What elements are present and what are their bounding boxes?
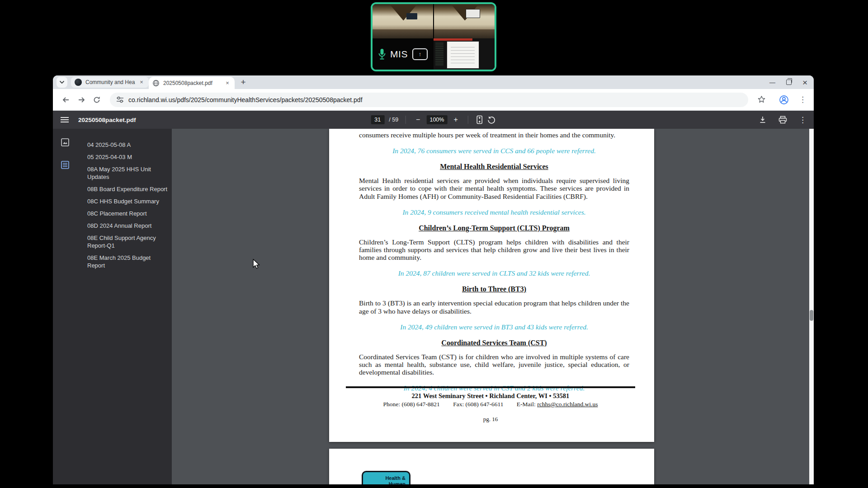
outline-item[interactable]: 08E Child Support Agency Report-Q1	[87, 234, 168, 249]
fit-to-page-button[interactable]	[476, 115, 484, 124]
microphone-icon	[378, 48, 386, 60]
browser-window: Community and Health Services × 20250508…	[53, 75, 814, 484]
up-arrow-icon: ↑	[419, 51, 422, 57]
wall-screen	[406, 13, 417, 19]
restore-button[interactable]	[786, 80, 792, 85]
close-window-button[interactable]: ×	[802, 78, 807, 87]
tab-search-button[interactable]	[57, 77, 67, 88]
logo-text: Health & Human Services	[385, 475, 406, 484]
page-total-label: / 59	[389, 117, 398, 123]
scrollbar-thumb[interactable]	[810, 310, 813, 321]
outline-item[interactable]: 08E March 2025 Budget Report	[87, 254, 168, 269]
address-bar[interactable]: co.richland.wi.us/pdfs/2025/communityHea…	[110, 93, 748, 107]
pdf-toolbar: 20250508packet.pdf 31 / 59 − 100% +	[53, 111, 814, 129]
back-arrow-icon	[62, 96, 70, 104]
pdf-more-options-button[interactable]: ⋮	[799, 116, 807, 124]
thumbnails-icon	[61, 138, 70, 147]
outline-icon	[61, 160, 70, 169]
back-button[interactable]	[58, 92, 74, 108]
outline-item[interactable]: 08C Placement Report	[87, 210, 168, 217]
section-heading: Coordinated Services Team (CST)	[359, 338, 629, 347]
pdf-page-area[interactable]: consumers receive multiple hours per wee…	[172, 129, 809, 484]
footer-email: E-Mail: rchhs@co.richland.wi.us	[517, 401, 598, 408]
fit-page-icon	[476, 115, 484, 124]
pdf-page-controls: 31 / 59 − 100% +	[371, 111, 496, 129]
page-number-input[interactable]: 31	[371, 115, 384, 124]
sidebar-view-rail	[53, 129, 77, 484]
meeting-tables	[373, 29, 433, 38]
download-icon	[759, 116, 767, 124]
desktop: MIS ↑ Community and Health Serv	[0, 0, 868, 488]
bookmark-button[interactable]	[754, 92, 769, 108]
stat-line: In 2024, 9 consumers received mental hea…	[359, 208, 629, 216]
zoom-level-input[interactable]: 100%	[426, 115, 447, 124]
mis-label: MIS	[390, 49, 408, 60]
thumbnails-view-button[interactable]	[61, 138, 70, 147]
close-tab-icon[interactable]: ×	[224, 80, 231, 87]
screen-share-document	[447, 42, 479, 68]
window-controls: — ×	[769, 77, 807, 88]
paragraph: Children’s Long-Term Support (CLTS) prog…	[359, 238, 629, 262]
document-outline-list: 04 2025-05-08 A 05 2025-04-03 M 08A May …	[77, 129, 172, 484]
rotate-button[interactable]	[487, 116, 496, 124]
outline-item[interactable]: 08C HHS Budget Summary	[87, 197, 168, 205]
logo-line: Human	[385, 481, 406, 485]
outline-item[interactable]: 08D 2024 Annual Report	[87, 222, 168, 230]
meeting-tables	[434, 29, 495, 38]
section-heading: Mental Health Residential Services	[359, 162, 629, 171]
tab-title: Community and Health Services	[85, 79, 135, 85]
close-tab-icon[interactable]: ×	[138, 79, 145, 86]
zoom-out-button[interactable]: −	[413, 116, 423, 123]
camera-feeds	[373, 4, 495, 38]
toolbar-right-icons: ⋮	[754, 92, 807, 108]
forward-button[interactable]	[74, 92, 89, 108]
tab-pdf-packet[interactable]: 20250508packet.pdf ×	[149, 77, 235, 89]
download-button[interactable]	[759, 116, 767, 124]
site-info-icon[interactable]	[116, 96, 124, 103]
overlay-bottom-row: MIS ↑	[373, 38, 495, 70]
outline-item[interactable]: 05 2025-04-03 M	[87, 153, 168, 161]
avatar-icon	[779, 95, 789, 105]
logo-line: Health &	[385, 475, 406, 481]
pdf-viewer-body: 04 2025-05-08 A 05 2025-04-03 M 08A May …	[53, 129, 814, 484]
outline-item[interactable]: 08A May 2025 HHS Unit Updates	[87, 165, 168, 181]
section-heading: Birth to Three (BT3)	[359, 285, 629, 293]
url-text[interactable]: co.richland.wi.us/pdfs/2025/communityHea…	[128, 96, 363, 103]
mouse-cursor	[252, 259, 260, 269]
minimize-button[interactable]: —	[769, 80, 775, 85]
globe-favicon-icon	[152, 80, 160, 87]
profile-button[interactable]	[776, 92, 792, 108]
projector-screen	[466, 9, 480, 18]
browser-menu-button[interactable]: ⋮	[799, 96, 807, 103]
page-footer: 221 West Seminary Street • Richland Cent…	[346, 386, 635, 423]
footer-fax: Fax: (608) 647-6611	[453, 401, 503, 408]
site-favicon	[75, 79, 82, 86]
new-tab-button[interactable]: +	[237, 76, 249, 88]
reload-button[interactable]	[89, 92, 104, 108]
share-button[interactable]: ↑	[412, 48, 428, 60]
section-heading: Children’s Long-Term Support (CLTS) Prog…	[359, 224, 629, 232]
hhs-logo: Health & Human Services	[362, 471, 410, 484]
stat-line: In 2024, 87 children were served in CLTS…	[359, 269, 629, 277]
reload-icon	[93, 96, 101, 104]
screen-share-banner	[434, 38, 472, 41]
outline-item[interactable]: 04 2025-05-08 A	[87, 141, 168, 149]
zoom-in-button[interactable]: +	[451, 116, 460, 123]
star-icon	[757, 95, 766, 104]
paragraph: Birth to 3 (BT3) is an early interventio…	[359, 299, 629, 314]
pdf-page-31: consumers receive multiple hours per wee…	[329, 129, 654, 442]
tab-community-health-services[interactable]: Community and Health Services ×	[71, 77, 149, 88]
stat-line: In 2024, 49 children were served in BT3 …	[359, 323, 629, 331]
outline-item[interactable]: 08B Board Expenditure Report	[87, 185, 168, 193]
camera-view-left	[373, 4, 433, 38]
pdf-menu-button[interactable]	[60, 115, 69, 124]
footer-address: 221 West Seminary Street • Richland Cent…	[346, 392, 635, 400]
pdf-page-32: Health & Human Services	[329, 449, 654, 484]
pdf-scrollbar[interactable]	[809, 129, 814, 484]
print-button[interactable]	[778, 116, 787, 124]
outline-view-button[interactable]	[61, 160, 70, 169]
mis-panel: MIS ↑	[373, 38, 434, 70]
footer-contact: Phone: (608) 647-8821 Fax: (608) 647-661…	[346, 400, 635, 408]
meeting-video-overlay[interactable]: MIS ↑	[371, 2, 496, 71]
email-link[interactable]: rchhs@co.richland.wi.us	[537, 401, 598, 408]
